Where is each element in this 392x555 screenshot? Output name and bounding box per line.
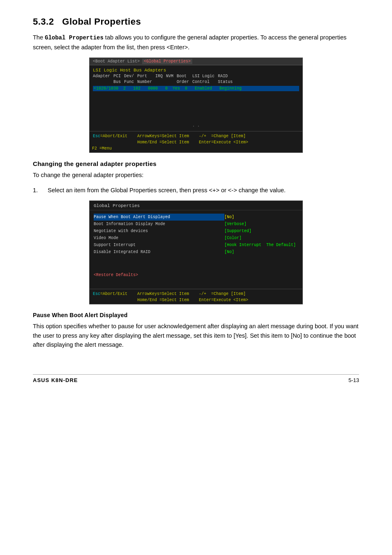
screen1-dots: · ·	[93, 124, 299, 129]
inline-code-global-properties: Global Properties	[45, 35, 104, 41]
step1-text: Select an item from the Global Propertie…	[48, 186, 286, 195]
screen2-value-3: [Color]	[224, 235, 298, 242]
screen2-footer: Esc=Abort/Exit ArrowKeys=Select Item Hom…	[90, 289, 302, 304]
screen2-value-5: [No]	[224, 249, 298, 256]
screen1-container: <Boot Adapter List> <Global Properties> …	[89, 58, 303, 153]
section-intro: The Global Properties tab allows you to …	[33, 33, 359, 52]
screen2-header: Global Properties	[90, 201, 302, 210]
subsection2-title: Pause When Boot Alert Displayed	[33, 312, 359, 318]
screen1-f2: F2 =Menu	[90, 146, 302, 152]
screen2-value-1: [Verbose]	[224, 221, 298, 228]
screen2-footer-left: Esc=Abort/Exit ArrowKeys=Select Item Hom…	[93, 291, 189, 303]
screen2-label-2: Negotiate with devices	[94, 228, 224, 235]
tab-global-properties[interactable]: <Global Properties>	[142, 59, 192, 64]
tab-boot-adapter-list[interactable]: <Boot Adapter List>	[91, 59, 141, 64]
subsection2-body: This option specifies whether to pause f…	[33, 322, 359, 349]
screen2-container: Global Properties Pause When Boot Alert …	[89, 200, 303, 304]
screen2-label-0: Pause When Boot Alert Displayed	[94, 214, 224, 221]
subsection1-title: Changing the general adapter properties	[33, 160, 359, 167]
screen2-value-0: [No]	[224, 214, 298, 221]
screen2-value-2: [Supported]	[224, 228, 298, 235]
screen1-footer-left: Esc=Abort/Exit ArrowKeys=Select Item Hom…	[93, 133, 189, 145]
screen2-label-1: Boot Information Display Mode	[94, 221, 224, 228]
screen2-label-4: Support Interrupt	[94, 242, 224, 249]
subsection1-intro: To change the general adapter properties…	[33, 170, 359, 180]
screen1-tabbar: <Boot Adapter List> <Global Properties>	[90, 58, 302, 65]
screen2-spacer	[94, 256, 224, 268]
screen2-labels-col: Pause When Boot Alert Displayed Boot Inf…	[94, 214, 224, 268]
screen2-value-4: [Hook Interrupt The Default]	[224, 242, 298, 249]
section-title: 5.3.2 Global Properties	[33, 16, 359, 27]
or-text: or	[221, 187, 226, 193]
step1-number: 1.	[33, 186, 41, 195]
screen2-footer-right: -/+ =Change [Item] Enter=Execute <Item>	[199, 291, 248, 303]
footer-company: ASUS K8N-DRE	[33, 377, 78, 383]
section-number: 5.3.2	[33, 16, 54, 27]
footer-page: 5-13	[348, 377, 359, 383]
step1-item: 1. Select an item from the Global Proper…	[33, 186, 359, 195]
screen2-body: Pause When Boot Alert Displayed Boot Inf…	[90, 210, 302, 271]
screen1-title: LSI Logic Host Bus Adapters	[93, 67, 299, 73]
screen2-label-5: Disable Integrated RAID	[94, 249, 224, 256]
screen2-values-col: [No] [Verbose] [Supported] [Color] [Hook…	[224, 214, 298, 268]
screen2-label-3: Video Mode	[94, 235, 224, 242]
screen1-data-row: <1020/1030 2 102 0000 0 Yes 0 Enabled Be…	[93, 86, 299, 91]
screen1-footer: Esc=Abort/Exit ArrowKeys=Select Item Hom…	[90, 131, 302, 146]
screen2-restore[interactable]: <Restore Defaults>	[90, 273, 302, 277]
screen1-footer-right: -/+ =Change [Item] Enter=Execute <Item>	[199, 133, 248, 145]
page-footer: ASUS K8N-DRE 5-13	[33, 374, 359, 383]
screen1-body: LSI Logic Host Bus Adapters Adapter PCIB…	[90, 65, 302, 131]
screen1-columns: Adapter PCIBus Dev/Func PortNumber IRQ N…	[93, 74, 299, 85]
section-heading: Global Properties	[62, 16, 141, 27]
